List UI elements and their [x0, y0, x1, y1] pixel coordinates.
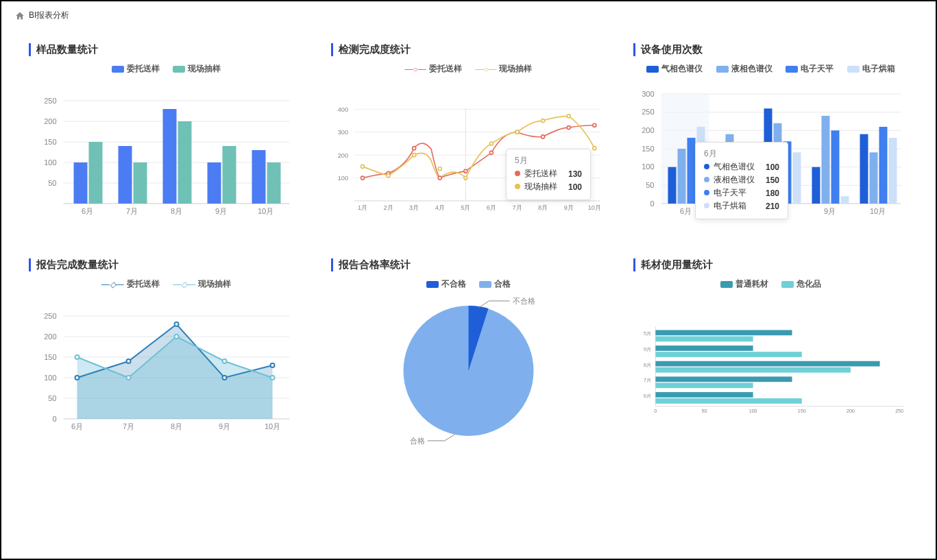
svg-text:7月: 7月	[644, 378, 651, 383]
svg-rect-19	[223, 146, 236, 204]
svg-rect-94	[831, 130, 840, 204]
svg-text:9月: 9月	[644, 347, 651, 352]
chart-title: 报告完成数量统计	[29, 258, 304, 271]
svg-text:50: 50	[702, 409, 707, 414]
svg-point-48	[438, 167, 441, 171]
svg-rect-95	[879, 127, 888, 204]
svg-text:0: 0	[654, 409, 657, 414]
svg-text:100: 100	[44, 158, 56, 167]
svg-point-35	[361, 176, 364, 180]
svg-text:8月: 8月	[644, 363, 651, 368]
svg-point-53	[567, 114, 570, 118]
svg-rect-12	[119, 146, 132, 204]
legend: —○— 委托送样 —○— 现场抽样	[331, 63, 606, 75]
breadcrumb: BI报表分析	[1, 1, 936, 29]
svg-rect-15	[252, 150, 266, 204]
svg-text:8月: 8月	[171, 207, 182, 215]
svg-text:6月: 6月	[71, 422, 83, 430]
svg-text:6月: 6月	[680, 207, 692, 215]
svg-text:9月: 9月	[215, 207, 227, 215]
svg-text:7月: 7月	[123, 422, 134, 430]
svg-rect-13	[163, 109, 177, 204]
svg-rect-88	[774, 123, 782, 204]
line-chart: 400 300 200 100 1月2月3月4月5月6月7月8月9月10月 5月…	[331, 80, 606, 231]
svg-text:8月: 8月	[171, 422, 182, 430]
svg-point-126	[223, 359, 227, 363]
svg-text:8月: 8月	[538, 204, 548, 211]
svg-text:250: 250	[44, 312, 56, 320]
svg-text:不合格: 不合格	[513, 297, 535, 305]
svg-text:10月: 10月	[258, 207, 273, 215]
legend: 普通耗材 危化品	[633, 278, 908, 290]
svg-point-52	[541, 119, 545, 123]
svg-text:5月: 5月	[644, 331, 651, 337]
svg-text:100: 100	[749, 409, 757, 414]
svg-text:250: 250	[44, 97, 56, 105]
svg-text:6月: 6月	[644, 393, 651, 399]
svg-rect-92	[735, 167, 744, 204]
svg-rect-85	[860, 134, 868, 204]
svg-text:100: 100	[642, 162, 654, 171]
svg-text:50: 50	[48, 179, 56, 187]
bar-chart: 250 200 150 100 50 6月7月8月9月10月	[29, 80, 304, 231]
svg-rect-97	[745, 171, 753, 204]
svg-rect-18	[178, 121, 192, 204]
svg-text:200: 200	[338, 152, 348, 159]
svg-text:8月: 8月	[776, 207, 788, 215]
chart-title: 耗材使用量统计	[633, 258, 908, 271]
svg-rect-146	[655, 392, 753, 398]
svg-text:2月: 2月	[383, 204, 393, 211]
svg-point-123	[75, 355, 80, 359]
svg-text:10月: 10月	[588, 204, 601, 211]
svg-text:5月: 5月	[461, 204, 470, 211]
svg-text:200: 200	[847, 409, 855, 414]
svg-point-51	[515, 130, 519, 134]
svg-text:300: 300	[642, 90, 654, 98]
svg-rect-151	[655, 398, 801, 404]
svg-text:4月: 4月	[435, 204, 445, 211]
svg-text:150: 150	[642, 145, 654, 153]
svg-point-44	[593, 123, 596, 127]
svg-point-118	[75, 376, 80, 380]
svg-point-37	[413, 147, 416, 150]
home-icon	[15, 11, 25, 21]
svg-point-46	[387, 174, 390, 178]
chart-title: 报告合格率统计	[331, 258, 606, 271]
svg-text:300: 300	[338, 129, 348, 136]
legend: 气相色谱仪 液相色谱仪 电子天平 电子烘箱	[633, 63, 908, 75]
svg-text:9月: 9月	[564, 204, 574, 211]
svg-rect-96	[697, 127, 705, 204]
svg-point-54	[593, 147, 596, 150]
svg-rect-82	[716, 185, 725, 204]
legend: —◇— 委托送样 —◇— 现场抽样	[29, 278, 304, 290]
svg-point-120	[175, 322, 179, 326]
svg-text:7月: 7月	[512, 204, 522, 211]
svg-text:0: 0	[52, 415, 56, 423]
svg-text:200: 200	[642, 126, 654, 134]
svg-point-122	[271, 363, 275, 367]
svg-text:10月: 10月	[870, 207, 886, 215]
svg-rect-87	[726, 134, 734, 204]
svg-text:1月: 1月	[358, 204, 367, 211]
svg-text:7月: 7月	[728, 207, 740, 215]
svg-rect-83	[764, 108, 772, 204]
card-device-usage: 设备使用次数 气相色谱仪 液相色谱仪 电子天平 电子烘箱 300 250 200…	[626, 36, 915, 238]
svg-text:400: 400	[338, 106, 348, 113]
chart-title: 检测完成度统计	[331, 43, 606, 56]
svg-text:合格: 合格	[410, 437, 425, 445]
hbar-chart: 5月9月8月7月6月 050100150200250	[633, 295, 908, 446]
svg-rect-14	[208, 162, 221, 204]
svg-rect-93	[783, 141, 792, 204]
svg-text:3月: 3月	[409, 204, 419, 211]
svg-rect-142	[655, 330, 792, 335]
card-sample-count: 样品数量统计 委托送样 现场抽样 250 200 150 100 50 6月7月…	[22, 36, 311, 238]
page-title: BI报表分析	[29, 10, 69, 21]
svg-rect-99	[841, 196, 849, 204]
svg-point-124	[127, 376, 131, 380]
svg-point-40	[489, 151, 493, 154]
svg-text:150: 150	[798, 409, 806, 414]
card-report-pass-rate: 报告合格率统计 不合格 合格 不合格 合格	[324, 252, 613, 453]
svg-rect-89	[822, 116, 830, 204]
card-consumable-usage: 耗材使用量统计 普通耗材 危化品 5月9月8月7月6月 050100150200…	[626, 252, 915, 453]
svg-text:50: 50	[48, 394, 56, 402]
